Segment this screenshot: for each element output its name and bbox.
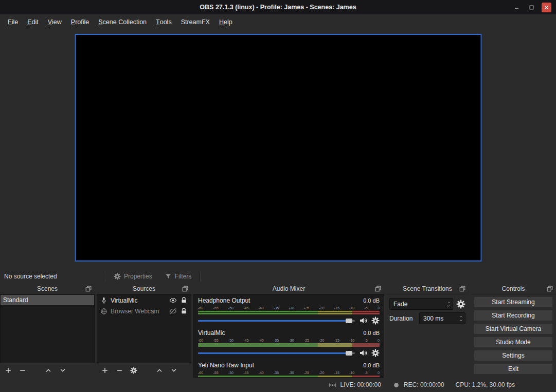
move-source-down-button[interactable]	[170, 367, 177, 374]
tick-label: -30	[289, 370, 294, 375]
record-dot-icon	[392, 381, 400, 389]
chevron-down-icon	[170, 367, 177, 374]
tick-label: -10	[349, 338, 354, 343]
window-title: OBS 27.1.3 (linux) - Profile: James - Sc…	[200, 4, 356, 11]
chevron-down-icon	[459, 319, 463, 322]
chevron-up-icon	[156, 367, 163, 374]
minus-icon	[19, 367, 26, 374]
volume-slider[interactable]	[198, 317, 355, 324]
menu-item-edit[interactable]: Edit	[23, 14, 43, 30]
transition-properties-button[interactable]	[456, 300, 465, 309]
scene-transitions-header: Scene Transitions	[386, 284, 469, 294]
lock-toggle[interactable]	[180, 296, 188, 304]
separator	[200, 272, 200, 281]
volume-slider-handle[interactable]	[346, 351, 352, 356]
transition-select[interactable]: Fade	[389, 298, 453, 310]
source-reorder-buttons	[156, 367, 177, 374]
combo-arrows[interactable]	[445, 298, 453, 309]
minimize-icon	[514, 5, 519, 10]
menu-item-file[interactable]: File	[3, 14, 23, 30]
settings-button[interactable]: Settings	[474, 350, 553, 361]
channel-volume-db: 0.0 dB	[363, 362, 380, 368]
visibility-toggle[interactable]	[169, 296, 177, 304]
tick-label: -10	[349, 370, 354, 375]
popout-icon[interactable]	[546, 285, 553, 292]
popout-icon[interactable]	[374, 285, 382, 292]
minus-icon	[116, 367, 123, 374]
tick-label: -45	[243, 370, 248, 375]
popout-icon[interactable]	[459, 285, 466, 292]
start-streaming-button[interactable]: Start Streaming	[474, 296, 553, 308]
move-scene-up-button[interactable]	[45, 367, 52, 374]
channel-settings-button[interactable]	[371, 316, 380, 325]
menu-item-tools[interactable]: Tools	[151, 14, 176, 30]
start-recording-button[interactable]: Start Recording	[474, 310, 553, 321]
scenes-panel: Scenes Standard	[0, 284, 95, 378]
menu-item-scene-collection[interactable]: Scene Collection	[94, 14, 151, 30]
close-button[interactable]	[542, 3, 551, 12]
spinner-arrows[interactable]	[457, 313, 465, 324]
move-source-up-button[interactable]	[156, 367, 163, 374]
menu-item-help[interactable]: Help	[214, 14, 237, 30]
studio-mode-button[interactable]: Studio Mode	[474, 337, 553, 348]
scene-item-standard[interactable]: Standard	[1, 295, 94, 305]
broadcast-icon	[329, 381, 336, 389]
mute-button[interactable]	[359, 316, 367, 325]
speaker-icon	[359, 316, 367, 325]
source-toolbar: No source selected Properties Filters	[0, 269, 556, 284]
channel-name: Yeti Nano Raw Input	[198, 362, 254, 369]
remove-scene-button[interactable]	[19, 367, 26, 374]
sources-panel-header: Sources	[97, 284, 191, 294]
audio-mixer-body: Headphone Output 0.0 dB -60-55-50-45-40-…	[193, 294, 384, 378]
duration-spinbox[interactable]: 300 ms	[419, 312, 465, 324]
add-source-button[interactable]	[101, 367, 109, 374]
tick-label: -50	[228, 306, 234, 310]
controls-body: Start Streaming Start Recording Start Vi…	[471, 294, 556, 378]
tick-label: -15	[334, 370, 339, 375]
level-meter	[198, 311, 380, 314]
maximize-button[interactable]	[527, 3, 536, 12]
minimize-button[interactable]	[512, 3, 522, 12]
exit-button[interactable]: Exit	[474, 363, 553, 375]
tick-label: -60	[198, 306, 203, 310]
volume-slider-handle[interactable]	[346, 319, 352, 323]
no-source-selected-label: No source selected	[4, 273, 101, 280]
chevron-up-icon	[45, 367, 52, 374]
channel-name: VirtualMic	[198, 329, 225, 337]
lock-toggle[interactable]	[180, 307, 188, 315]
start-virtual-camera-button[interactable]: Start Virtual Camera	[474, 323, 553, 334]
eye-icon	[169, 296, 177, 304]
properties-button[interactable]: Properties	[110, 271, 156, 282]
visibility-toggle[interactable]	[169, 307, 177, 315]
status-bar: LIVE: 00:00:00 REC: 00:00:00 CPU: 1.2%, …	[0, 378, 556, 392]
filters-button[interactable]: Filters	[160, 271, 196, 282]
tick-label: -15	[334, 338, 339, 343]
sources-list: VirtualMic Browser Webcam	[97, 294, 191, 363]
popout-icon[interactable]	[85, 285, 92, 292]
speaker-icon	[359, 349, 367, 357]
source-properties-button[interactable]	[130, 367, 137, 374]
remove-source-button[interactable]	[116, 367, 123, 374]
move-scene-down-button[interactable]	[59, 367, 66, 374]
channel-settings-button[interactable]	[371, 349, 380, 357]
gear-icon	[371, 316, 380, 325]
gear-icon	[114, 273, 121, 280]
tick-label: -45	[243, 306, 248, 310]
add-scene-button[interactable]	[5, 367, 12, 374]
popout-icon[interactable]	[182, 285, 189, 292]
close-icon	[544, 5, 549, 10]
menu-item-view[interactable]: View	[43, 14, 66, 30]
level-meter	[198, 343, 380, 347]
menu-item-streamfx[interactable]: StreamFX	[176, 14, 214, 30]
preview-canvas[interactable]	[75, 34, 481, 262]
scenes-panel-header: Scenes	[0, 284, 95, 294]
menu-item-profile[interactable]: Profile	[66, 14, 94, 30]
source-item-virtualmic[interactable]: VirtualMic	[97, 295, 191, 306]
sources-panel: Sources VirtualMic Browser Webcam	[97, 284, 191, 378]
lock-icon	[180, 307, 188, 315]
source-item-browser-webcam[interactable]: Browser Webcam	[97, 306, 191, 316]
volume-slider[interactable]	[198, 349, 355, 357]
mute-button[interactable]	[359, 349, 367, 357]
tick-label: 0	[378, 338, 380, 343]
tick-label: -5	[364, 306, 367, 310]
